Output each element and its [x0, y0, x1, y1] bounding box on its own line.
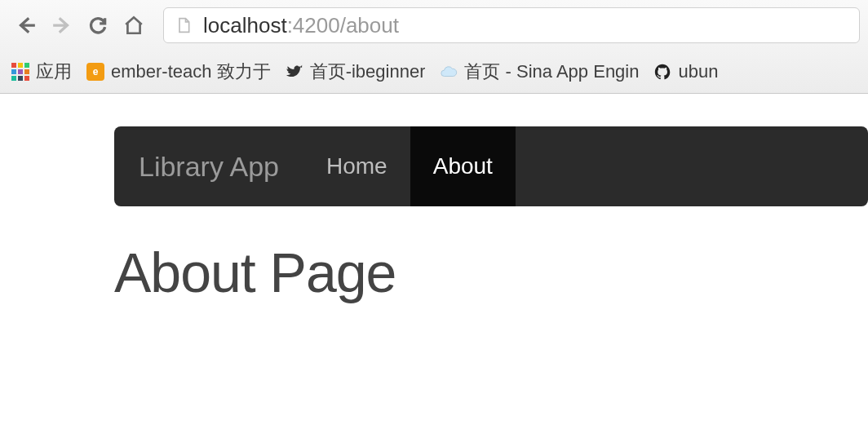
bookmark-item[interactable]: e ember-teach 致力于	[86, 60, 271, 84]
bookmark-label: ubun	[678, 61, 718, 82]
app-navbar: Library App Home About	[114, 126, 868, 206]
bookmark-item[interactable]: 首页 - Sina App Engin	[440, 60, 639, 84]
address-bar[interactable]: localhost:4200/about	[163, 7, 860, 43]
github-favicon	[653, 63, 671, 81]
home-button[interactable]	[116, 7, 152, 43]
cloud-favicon	[440, 63, 458, 81]
page-heading: About Page	[114, 241, 868, 304]
reload-button[interactable]	[80, 7, 116, 43]
bookmark-label: 首页 - Sina App Engin	[464, 60, 639, 84]
url-host: localhost	[203, 13, 287, 38]
back-button[interactable]	[8, 7, 44, 43]
bookmark-item[interactable]: ubun	[653, 61, 718, 82]
apps-label: 应用	[36, 60, 72, 84]
bird-favicon	[286, 63, 303, 81]
brand-link[interactable]: Library App	[114, 151, 303, 183]
nav-link-home[interactable]: Home	[303, 126, 410, 206]
bookmark-item[interactable]: 首页-ibeginner	[286, 60, 426, 84]
apps-button[interactable]: 应用	[11, 60, 72, 84]
page-content: Library App Home About About Page	[0, 94, 868, 304]
apps-icon	[11, 63, 29, 81]
ember-favicon: e	[86, 63, 104, 81]
url-path: :4200/about	[287, 13, 399, 38]
bookmark-label: ember-teach 致力于	[111, 60, 271, 84]
browser-toolbar: localhost:4200/about	[0, 0, 868, 51]
forward-button[interactable]	[44, 7, 80, 43]
nav-link-about[interactable]: About	[410, 126, 516, 206]
bookmark-label: 首页-ibeginner	[310, 60, 426, 84]
url-text: localhost:4200/about	[203, 13, 399, 38]
file-icon	[175, 15, 192, 35]
browser-chrome: localhost:4200/about 应用 e ember-teach 致力…	[0, 0, 868, 94]
bookmarks-bar: 应用 e ember-teach 致力于 首页-ibeginner 首页 - S…	[0, 51, 868, 93]
